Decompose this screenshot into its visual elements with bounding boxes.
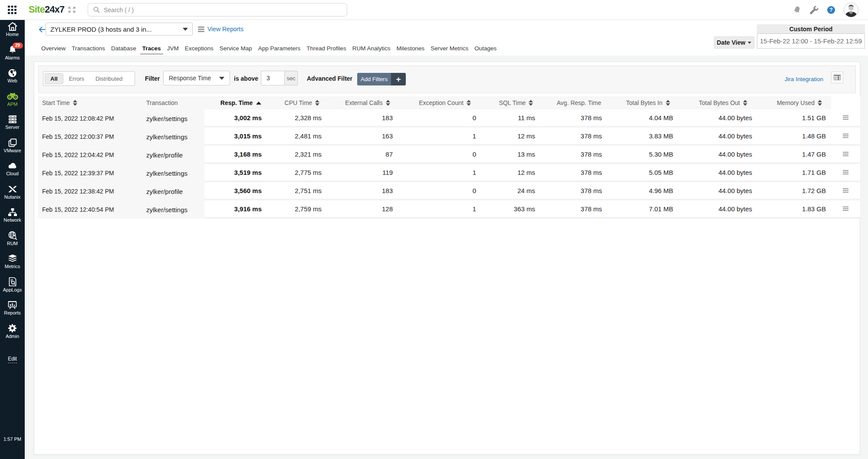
tab[interactable]: Overview: [38, 45, 69, 55]
col-bytes-out[interactable]: Total Bytes Out: [678, 96, 757, 109]
sidebar-item[interactable]: Server: [0, 113, 25, 136]
sidebar-item[interactable]: 29 Alarms: [0, 43, 25, 67]
col-sql-time[interactable]: SQL Time: [481, 96, 540, 109]
condition-label: is above: [234, 75, 258, 82]
cell-sql-time: 12 ms: [481, 128, 540, 146]
traces-table: Start Time Transaction Resp. Time CPU Ti…: [38, 96, 860, 219]
row-menu-icon[interactable]: [843, 188, 848, 193]
sidebar-item[interactable]: Web: [0, 66, 25, 90]
col-external-calls[interactable]: External Calls: [327, 96, 398, 109]
row-menu-icon[interactable]: [843, 115, 848, 120]
segment-button[interactable]: Distributed: [90, 73, 128, 85]
col-resp-time[interactable]: Resp. Time: [204, 96, 267, 109]
network-icon: [8, 208, 17, 216]
row-menu-icon[interactable]: [843, 207, 848, 211]
search-box[interactable]: [88, 3, 347, 16]
segment-button[interactable]: All: [45, 73, 63, 84]
sidebar-item[interactable]: Nutanix: [0, 183, 25, 206]
table-row[interactable]: Feb 15, 2022 12:39:37 PM zylker/settings…: [38, 164, 860, 182]
column-picker-button[interactable]: [831, 72, 843, 83]
table-row[interactable]: Feb 15, 2022 12:40:54 PM zylker/settings…: [38, 200, 860, 219]
jira-integration-link[interactable]: Jira Integration: [785, 76, 823, 82]
sidebar-item[interactable]: VMware: [0, 136, 25, 160]
row-menu-icon[interactable]: [843, 134, 848, 138]
tab[interactable]: JVM: [164, 45, 182, 55]
tab[interactable]: Exceptions: [182, 45, 217, 55]
tab[interactable]: Service Map: [217, 45, 255, 55]
rum-globe-icon: [8, 231, 17, 240]
sort-icon[interactable]: [386, 100, 390, 106]
col-bytes-in[interactable]: Total Bytes In: [607, 96, 678, 109]
sidebar-item[interactable]: Admin: [0, 322, 25, 345]
sort-icon[interactable]: [315, 100, 319, 106]
cell-bytes-in: 7.01 MB: [607, 200, 678, 219]
sort-icon[interactable]: [818, 100, 822, 106]
row-menu-icon[interactable]: [843, 170, 848, 174]
table-row[interactable]: Feb 15, 2022 12:38:42 PM zylker/profile …: [38, 182, 860, 200]
cell-actions: [831, 146, 860, 164]
sidebar-item[interactable]: Home: [0, 20, 25, 43]
table-row[interactable]: Feb 15, 2022 12:00:37 PM zylker/settings…: [38, 128, 860, 146]
user-avatar[interactable]: [844, 3, 858, 17]
custom-period-range[interactable]: 15-Feb-22 12:00 - 15-Feb-22 12:59: [757, 33, 865, 49]
sort-icon[interactable]: [467, 100, 471, 106]
help-icon[interactable]: ?: [827, 6, 835, 14]
sidebar-item[interactable]: AppLogs: [0, 275, 25, 299]
cell-resp-time: 3,002 ms: [204, 109, 267, 128]
cell-resp-time: 3,015 ms: [204, 128, 267, 146]
nutanix-icon: [8, 186, 17, 193]
tab[interactable]: Thread Profiles: [303, 45, 349, 55]
cell-transaction: zylker/profile: [143, 146, 204, 164]
table-row[interactable]: Feb 15, 2022 12:08:42 PM zylker/settings…: [38, 109, 860, 128]
notification-bell-icon[interactable]: [793, 6, 801, 14]
sidebar-item[interactable]: APM: [0, 90, 25, 113]
add-filters-button[interactable]: Add Filters +: [357, 73, 406, 85]
filter-field-dropdown[interactable]: Response Time: [163, 71, 230, 85]
tab[interactable]: Milestones: [394, 45, 428, 55]
expand-icon[interactable]: [68, 7, 76, 13]
back-arrow-icon[interactable]: [39, 26, 46, 33]
sidebar-item[interactable]: Reports: [0, 298, 25, 322]
sort-icon[interactable]: [666, 100, 670, 106]
row-menu-icon[interactable]: [843, 152, 848, 156]
sidebar-item[interactable]: Network: [0, 206, 25, 229]
cell-memory: 1.71 GB: [757, 164, 831, 182]
binoculars-icon: [7, 92, 18, 100]
plus-icon[interactable]: +: [391, 73, 406, 85]
search-input[interactable]: [104, 7, 329, 13]
site24x7-logo[interactable]: Site24x7: [29, 4, 64, 15]
cell-sql-time: 12 ms: [481, 164, 540, 182]
monitor-dropdown[interactable]: ZYLKER PROD (3 hosts and 3 in...: [46, 23, 193, 36]
sort-icon[interactable]: [73, 100, 77, 106]
col-cpu-time[interactable]: CPU Time: [267, 96, 327, 109]
segment-button[interactable]: Errors: [63, 73, 90, 85]
sort-icon[interactable]: [743, 100, 747, 106]
col-memory[interactable]: Memory Used: [757, 96, 831, 109]
tab[interactable]: Traces: [139, 45, 164, 55]
tab[interactable]: Server Metrics: [427, 45, 471, 55]
date-view-button[interactable]: Date View: [714, 36, 754, 49]
table-row[interactable]: Feb 15, 2022 12:04:42 PM zylker/profile …: [38, 146, 860, 164]
sidebar-item[interactable]: Cloud: [0, 159, 25, 183]
sort-asc-icon[interactable]: [256, 102, 261, 105]
sidebar-item[interactable]: RUM: [0, 229, 25, 252]
sidebar-edit[interactable]: Edit: [0, 356, 25, 363]
content-header: ZYLKER PROD (3 hosts and 3 in... View Re…: [25, 20, 868, 56]
sidebar-item[interactable]: Metrics: [0, 252, 25, 275]
cell-memory: 1.72 GB: [757, 182, 831, 200]
tab[interactable]: RUM Analytics: [349, 45, 394, 55]
column-label: Total Bytes In: [626, 99, 662, 106]
logo-site: Site: [29, 4, 45, 15]
col-start-time[interactable]: Start Time: [38, 96, 143, 109]
apps-grid-icon[interactable]: [0, 0, 25, 20]
view-reports-link[interactable]: View Reports: [198, 26, 243, 33]
tab[interactable]: Transactions: [69, 45, 108, 55]
tools-wrench-icon[interactable]: [810, 6, 819, 14]
tab[interactable]: Outages: [471, 45, 500, 55]
col-exception-count[interactable]: Exception Count: [398, 96, 481, 109]
cell-external-calls: 163: [327, 128, 398, 146]
sort-icon[interactable]: [529, 100, 533, 106]
threshold-input[interactable]: [261, 71, 284, 85]
tab[interactable]: Database: [108, 45, 139, 55]
tab[interactable]: App Parameters: [255, 45, 304, 55]
